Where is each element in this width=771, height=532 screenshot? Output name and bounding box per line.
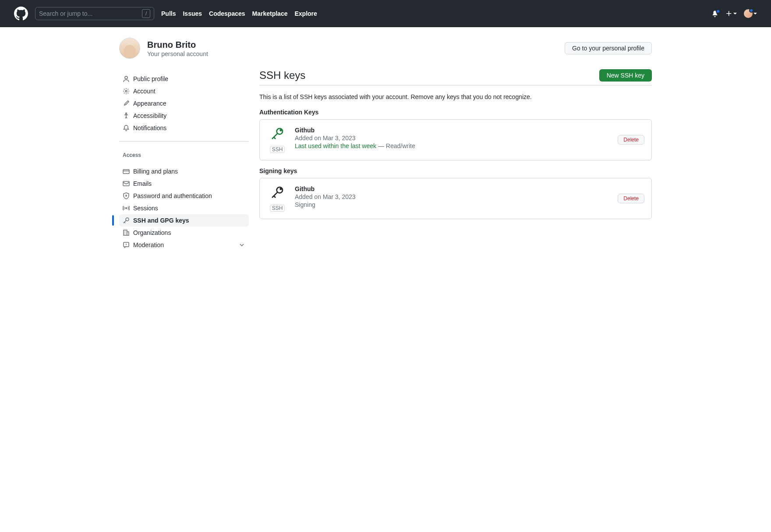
key-icon (270, 185, 284, 199)
svg-point-5 (126, 195, 127, 196)
sidebar-item-accessibility[interactable]: Accessibility (119, 110, 249, 122)
ssh-key-row: SSH Github Added on Mar 3, 2023 Signing … (259, 178, 652, 219)
plus-icon (725, 10, 732, 17)
shield-lock-icon (123, 192, 130, 199)
sidebar-item-password[interactable]: Password and authentication (119, 190, 249, 202)
svg-point-11 (280, 130, 282, 131)
sidebar-item-label: Moderation (133, 241, 164, 248)
sidebar-item-sessions[interactable]: Sessions (119, 202, 249, 214)
profile-header: Bruno Brito Your personal account Go to … (119, 38, 652, 59)
sidebar-item-notifications[interactable]: Notifications (119, 122, 249, 134)
organization-icon (123, 229, 130, 236)
unread-dot (716, 9, 720, 14)
report-icon (123, 241, 130, 248)
profile-name: Bruno Brito (147, 39, 208, 50)
svg-point-0 (125, 76, 127, 79)
paintbrush-icon (123, 100, 130, 107)
sidebar-item-label: Sessions (133, 205, 158, 212)
sidebar-item-label: Password and authentication (133, 192, 212, 199)
sidebar-item-label: SSH and GPG keys (133, 217, 189, 224)
settings-sidebar: Public profile Account Appearance Access… (119, 69, 249, 255)
key-name: Github (295, 127, 611, 134)
key-type: Signing (295, 201, 611, 208)
svg-point-12 (277, 187, 283, 193)
profile-avatar[interactable] (119, 38, 140, 59)
key-last-used: Last used within the last week (295, 142, 376, 149)
sidebar-item-label: Emails (133, 180, 152, 187)
svg-point-6 (126, 208, 127, 209)
delete-key-button[interactable]: Delete (618, 194, 644, 203)
sidebar-item-label: Appearance (133, 100, 166, 107)
create-menu[interactable] (725, 10, 737, 17)
go-to-profile-button[interactable]: Go to your personal profile (565, 42, 652, 54)
svg-point-1 (125, 90, 127, 92)
avatar (744, 9, 753, 18)
sidebar-item-label: Accessibility (133, 112, 166, 119)
sidebar-item-public-profile[interactable]: Public profile (119, 73, 249, 85)
delete-key-button[interactable]: Delete (618, 135, 644, 145)
gear-icon (123, 88, 130, 95)
auth-keys-heading: Authentication Keys (259, 109, 652, 116)
svg-rect-8 (124, 230, 127, 235)
key-added-date: Added on Mar 3, 2023 (295, 193, 611, 200)
sidebar-item-label: Organizations (133, 229, 171, 236)
svg-point-10 (277, 128, 283, 134)
page-title: SSH keys (259, 69, 305, 82)
person-icon (123, 75, 130, 82)
svg-rect-4 (123, 181, 129, 186)
chevron-down-icon (238, 241, 245, 248)
global-header: / Pulls Issues Codespaces Marketplace Ex… (0, 0, 771, 27)
broadcast-icon (123, 205, 130, 212)
signing-keys-heading: Signing keys (259, 167, 652, 174)
sidebar-item-ssh-keys[interactable]: SSH and GPG keys (119, 214, 249, 227)
sidebar-item-label: Account (133, 88, 156, 95)
mail-icon (123, 180, 130, 187)
sidebar-item-moderation[interactable]: Moderation (119, 239, 249, 251)
ssh-badge: SSH (270, 205, 285, 212)
key-added-date: Added on Mar 3, 2023 (295, 135, 611, 142)
primary-nav: Pulls Issues Codespaces Marketplace Expl… (161, 10, 317, 17)
sidebar-item-appearance[interactable]: Appearance (119, 97, 249, 110)
svg-point-7 (126, 218, 129, 221)
key-name: Github (295, 185, 611, 192)
svg-rect-3 (123, 170, 129, 174)
github-logo-icon[interactable] (14, 7, 28, 21)
search-slash-hint: / (142, 9, 150, 18)
ssh-key-row: SSH Github Added on Mar 3, 2023 Last use… (259, 119, 652, 160)
status-dot (749, 8, 753, 13)
search-box[interactable]: / (35, 7, 154, 20)
credit-card-icon (123, 168, 130, 175)
ssh-badge: SSH (270, 146, 285, 153)
notifications-button[interactable] (711, 10, 718, 17)
svg-point-2 (126, 113, 127, 114)
sidebar-item-label: Billing and plans (133, 168, 178, 175)
sidebar-item-billing[interactable]: Billing and plans (119, 165, 249, 177)
user-menu[interactable] (744, 9, 757, 18)
key-access-level: — Read/write (376, 142, 415, 149)
sidebar-item-account[interactable]: Account (119, 85, 249, 97)
search-input[interactable] (39, 10, 142, 17)
sidebar-item-organizations[interactable]: Organizations (119, 227, 249, 239)
main-content: SSH keys New SSH key This is a list of S… (259, 69, 652, 255)
sidebar-item-label: Notifications (133, 124, 166, 131)
bell-icon (123, 124, 130, 131)
caret-down-icon (753, 13, 757, 14)
sidebar-heading-access: Access (119, 145, 249, 162)
sidebar-item-emails[interactable]: Emails (119, 177, 249, 190)
key-icon (270, 127, 284, 141)
sidebar-item-label: Public profile (133, 75, 168, 82)
nav-issues[interactable]: Issues (183, 10, 202, 17)
caret-down-icon (733, 13, 737, 14)
key-icon (123, 217, 130, 224)
section-description: This is a list of SSH keys associated wi… (259, 92, 652, 102)
profile-subtitle: Your personal account (147, 50, 208, 57)
nav-explore[interactable]: Explore (294, 10, 317, 17)
new-ssh-key-button[interactable]: New SSH key (599, 69, 652, 82)
nav-pulls[interactable]: Pulls (161, 10, 176, 17)
nav-marketplace[interactable]: Marketplace (252, 10, 288, 17)
svg-point-13 (280, 188, 282, 190)
accessibility-icon (123, 112, 130, 119)
nav-codespaces[interactable]: Codespaces (209, 10, 245, 17)
